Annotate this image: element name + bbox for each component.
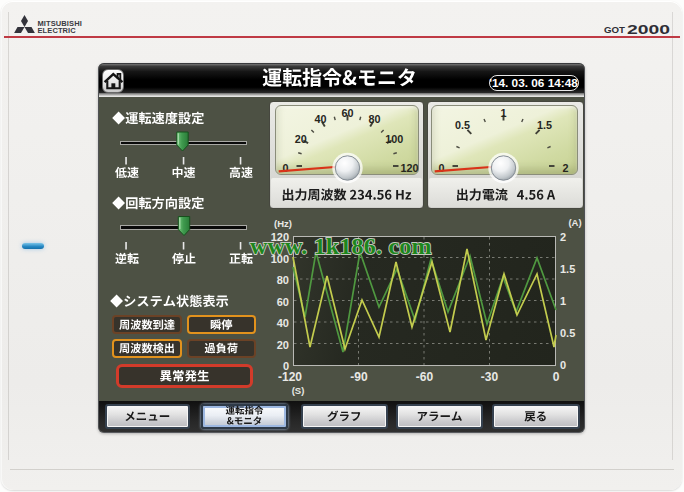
svg-text:40: 40 [314, 113, 326, 125]
svg-text:-120: -120 [278, 370, 302, 384]
svg-text:60: 60 [341, 107, 353, 119]
svg-text:-30: -30 [481, 370, 499, 384]
svg-text:(S): (S) [292, 385, 305, 396]
svg-text:ELECTRIC: ELECTRIC [38, 26, 77, 35]
svg-text:GOT: GOT [604, 25, 626, 35]
svg-text:100: 100 [385, 133, 403, 145]
svg-text:20: 20 [295, 133, 307, 145]
svg-text:1.5: 1.5 [560, 263, 575, 275]
svg-text:0: 0 [438, 162, 444, 174]
svg-text:0: 0 [282, 162, 288, 174]
svg-text:www. 1k186. com: www. 1k186. com [250, 233, 432, 259]
svg-text:0: 0 [553, 370, 560, 384]
svg-text:2: 2 [562, 162, 568, 174]
svg-text:60: 60 [277, 296, 289, 308]
svg-text:2: 2 [560, 231, 566, 243]
svg-text:120: 120 [400, 162, 418, 174]
svg-text:(A): (A) [568, 217, 581, 228]
svg-text:2000: 2000 [627, 23, 670, 37]
svg-text:80: 80 [277, 274, 289, 286]
svg-text:-60: -60 [416, 370, 434, 384]
svg-text:1.5: 1.5 [537, 119, 552, 131]
svg-text:1: 1 [560, 295, 566, 307]
svg-text:40: 40 [277, 317, 289, 329]
svg-text:0.5: 0.5 [455, 119, 470, 131]
svg-text:0.5: 0.5 [560, 327, 575, 339]
svg-text:1: 1 [500, 107, 506, 119]
svg-text:0: 0 [560, 359, 566, 371]
svg-text:80: 80 [368, 113, 380, 125]
svg-text:(Hz): (Hz) [274, 218, 292, 229]
svg-text:20: 20 [277, 339, 289, 351]
svg-text:'14. 03. 06 14:48: '14. 03. 06 14:48 [489, 76, 578, 90]
svg-text:-90: -90 [350, 370, 368, 384]
